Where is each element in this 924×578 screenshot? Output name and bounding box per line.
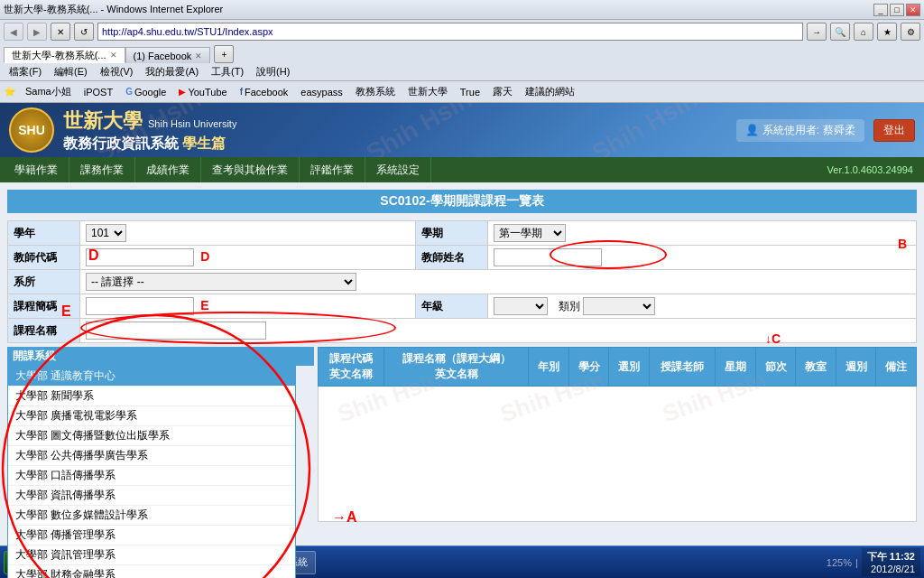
bookmark-shihshin[interactable]: 世新大學 [404,84,451,99]
logout-button[interactable]: 登出 [873,119,915,142]
stop-button[interactable]: ✕ [51,23,70,41]
taskbar-right: 125% | 下午 11:32 2012/8/21 [827,548,920,576]
bookmark-ipost[interactable]: iPOST [80,86,116,98]
bookmark-google[interactable]: G Google [122,86,170,98]
tab-shihshin[interactable]: 世新大學-教務系統(... ✕ [4,47,125,63]
home-button[interactable]: ⌂ [854,23,873,41]
dept-item-7[interactable]: 大學部 數位多媒體設計學系 [8,506,295,526]
dept-dropdown-list[interactable]: 大學部 通識教育中心 大學部 新聞學系 大學部 廣播電視電影學系 大學部 圖文傳… [7,366,296,578]
bookmark-edusystem[interactable]: 教務系統 [352,84,399,99]
search-button[interactable]: 🔍 [830,23,850,41]
teacher-code-cell: D [80,246,416,270]
address-text: http://ap4.shu.edu.tw/STU1/Index.aspx [102,26,799,37]
user-info: 👤 系統使用者: 蔡舜柔 [736,119,864,142]
grade-select[interactable] [494,297,548,315]
tab-close-facebook[interactable]: ✕ [195,51,202,61]
tab-label-shihshin: 世新大學-教務系統(... [12,49,106,62]
tab-evaluation[interactable]: 評鑑作業 [300,157,365,182]
form-row-dept: 系所 -- 請選擇 -- [8,270,917,294]
dept-item-4[interactable]: 大學部 公共傳播學廣告學系 [8,446,295,466]
col-code: 課程代碼英文名稱 [319,348,384,387]
dept-item-1[interactable]: 大學部 新聞學系 [8,387,295,406]
bookmark-loutian[interactable]: 露天 [489,84,516,99]
form-row-year-semester: 學年 101 學期 第一學期 [8,221,917,246]
course-name-input[interactable] [86,322,266,340]
bookmark-easypass[interactable]: easypass [297,86,346,98]
maximize-button[interactable]: □ [890,4,904,16]
nav-tabs: 學籍作業 課務作業 成績作業 查考與其檢作業 評鑑作業 系統設定 Ver.1.0… [0,157,924,182]
dept-item-2[interactable]: 大學部 廣播電視電影學系 [8,406,295,426]
form-row-teacher: 教師代碼 D 教師姓名 B → [8,246,917,270]
user-name: 蔡舜柔 [823,123,855,138]
results-empty-row [319,387,917,522]
teacher-code-input[interactable] [86,248,194,266]
semester-select[interactable]: 第一學期 [494,224,566,242]
university-name-en: Shih Hsin University [148,118,236,129]
dept-item-5[interactable]: 大學部 口語傳播學系 [8,466,295,486]
results-header-row: 課程代碼英文名稱 課程名稱（課程大綱）英文名稱 年別 學分 選別 授課老師 星期… [319,348,917,387]
menu-file[interactable]: 檔案(F) [4,64,47,79]
close-button[interactable]: ✕ [906,4,920,16]
results-area: 課程代碼英文名稱 課程名稱（課程大綱）英文名稱 年別 學分 選別 授課老師 星期… [318,347,917,578]
menu-tools[interactable]: 工具(T) [206,64,249,79]
dept-item-0[interactable]: 大學部 通識教育中心 [8,367,295,387]
bookmark-true[interactable]: True [457,86,484,98]
new-tab-button[interactable]: + [214,45,234,63]
user-label: 系統使用者: [762,123,819,138]
menu-edit[interactable]: 編輯(E) [49,64,93,79]
tab-facebook[interactable]: (1) Facebook ✕ [125,47,211,63]
category-select[interactable] [583,297,655,315]
forward-button[interactable]: ▶ [27,23,47,41]
dept-item-3[interactable]: 大學部 圖文傳播暨數位出版學系 [8,426,295,446]
tab-close-shihshin[interactable]: ✕ [110,51,117,60]
annotation-label-b: B [898,237,907,251]
site-header: Shih Hsin Shih Hsin Shih Hsin SHU 世新大學 S… [0,103,924,157]
watermark-2: Shih Hsin [362,103,477,157]
bookmark-suggested[interactable]: 建議的網站 [522,84,578,99]
favorites-button[interactable]: ★ [877,23,897,41]
go-button[interactable]: → [807,23,827,41]
clock-date: 2012/8/21 [867,564,915,574]
refresh-button[interactable]: ↺ [74,23,94,41]
tab-grades[interactable]: 成績作業 [135,157,201,182]
back-button[interactable]: ◀ [4,23,23,41]
results-table: 課程代碼英文名稱 課程名稱（課程大綱）英文名稱 年別 學分 選別 授課老師 星期… [318,347,917,522]
academic-year-label: 學年 [8,221,80,246]
course-code-input[interactable] [86,297,194,315]
address-bar[interactable]: http://ap4.shu.edu.tw/STU1/Index.aspx [97,23,803,41]
bookmark-youtube[interactable]: ▶ YouTube [175,86,230,98]
bookmark-sama[interactable]: Sama小姐 [22,84,75,99]
annotation-label-e-marker: E [200,298,208,312]
course-code-cell: E [80,294,416,319]
tab-records[interactable]: 學籍作業 [4,157,69,182]
semester-label: 學期 [416,221,488,246]
title-bar: 世新大學-教務系統(... - Windows Internet Explore… [0,0,924,20]
tab-attendance[interactable]: 查考與其檢作業 [201,157,300,182]
bookmark-facebook[interactable]: f Facebook [236,86,292,98]
clock: 下午 11:32 2012/8/21 [862,548,920,576]
dept-item-10[interactable]: 大學部 財務金融學系 [8,565,295,578]
tools-button[interactable]: ⚙ [901,23,920,41]
tab-system[interactable]: 系統設定 [365,157,431,182]
dept-label: 系所 [8,270,80,294]
section-label: 學生篇 [182,135,226,154]
browser-window: 世新大學-教務系統(... - Windows Internet Explore… [0,0,924,578]
dept-item-8[interactable]: 大學部 傳播管理學系 [8,526,295,545]
course-code-label: 課程簡碼 [8,294,80,319]
form-row-grade-category: 課程簡碼 E 年級 類別 [8,294,917,319]
teacher-name-input[interactable] [494,248,602,266]
zoom-level: 125% [827,557,852,568]
dept-item-9[interactable]: 大學部 資訊管理學系 [8,545,295,565]
dept-item-6[interactable]: 大學部 資訊傳播學系 [8,486,295,506]
tab-courses[interactable]: 課務作業 [69,157,135,182]
system-name: 教務行政資訊系統 [63,135,179,154]
dept-select[interactable]: -- 請選擇 -- [86,273,356,291]
header-right: 👤 系統使用者: 蔡舜柔 登出 [736,119,915,142]
minimize-button[interactable]: _ [873,4,888,16]
menu-help[interactable]: 說明(H) [251,64,295,79]
menu-favorites[interactable]: 我的最愛(A) [140,64,204,79]
menu-view[interactable]: 檢視(V) [95,64,139,79]
watermark-3: Shih Hsin [587,103,703,157]
academic-year-select[interactable]: 101 [86,224,126,242]
navigation-bar: ◀ ▶ ✕ ↺ http://ap4.shu.edu.tw/STU1/Index… [0,20,924,43]
